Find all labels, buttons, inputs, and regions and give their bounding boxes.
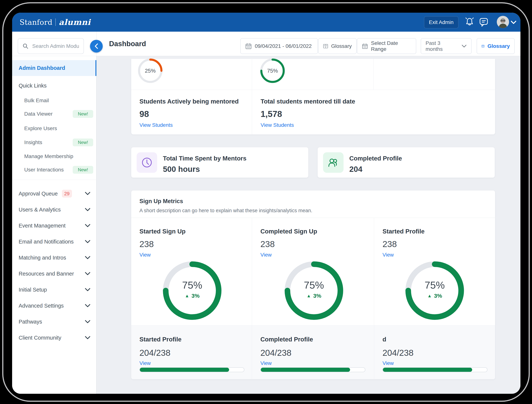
section-label: Pathways xyxy=(19,319,42,325)
completed-profile-card: Completed Profile 204 xyxy=(318,147,495,178)
card-col-divider xyxy=(252,59,252,135)
people-icon xyxy=(323,152,344,173)
metric-title: Students Actively being mentored xyxy=(139,98,239,105)
brand-logo: Stanford alumni xyxy=(19,13,91,32)
metric-value: 204/238 xyxy=(139,348,170,358)
select-date-range-button[interactable]: Select Date Range xyxy=(357,38,416,54)
section-label: Advanced Settings xyxy=(19,303,64,309)
sidebar-section-initial-setup[interactable]: Initial Setup xyxy=(19,287,91,293)
metric-title: Total students mentored till date xyxy=(261,98,355,105)
increase-arrow-icon: ▲ xyxy=(185,293,189,298)
chevron-down-icon xyxy=(85,256,91,259)
chevron-down-icon xyxy=(85,336,91,340)
metric-value: 204/238 xyxy=(383,348,414,358)
admin-modules-search[interactable] xyxy=(18,38,84,54)
chevron-down-icon xyxy=(85,192,91,196)
search-icon xyxy=(23,43,28,49)
app-screen: Stanford alumni Exit Admin xyxy=(12,13,520,394)
chevron-down-icon xyxy=(85,288,91,291)
chevron-down-icon xyxy=(85,240,91,244)
sidebar-item-manage-membership[interactable]: Manage Membership xyxy=(24,153,73,159)
view-students-link[interactable]: View Students xyxy=(139,122,173,128)
brand-stanford: Stanford xyxy=(19,18,52,26)
section-divider xyxy=(131,218,495,218)
new-badge: New! xyxy=(73,139,93,146)
new-badge: New! xyxy=(73,110,93,118)
progress-fill xyxy=(261,368,350,372)
exit-admin-button[interactable]: Exit Admin xyxy=(424,16,458,28)
sidebar-item-explore-users[interactable]: Explore Users xyxy=(24,126,57,132)
started-profile-progress-bar xyxy=(139,367,244,372)
view-link[interactable]: View xyxy=(383,360,394,366)
sidebar-item-admin-dashboard[interactable]: Admin Dashboard xyxy=(12,60,96,76)
metric-title: d xyxy=(383,336,386,343)
donut-center-labels: 75% ▲3% xyxy=(425,279,445,299)
card-row-divider xyxy=(131,90,495,90)
view-link[interactable]: View xyxy=(139,360,151,366)
metric-value: 1,578 xyxy=(261,109,282,119)
chevron-down-icon xyxy=(85,208,91,211)
view-link[interactable]: View xyxy=(260,252,272,258)
sidebar-section-resources-banner[interactable]: Resources and Banner xyxy=(19,271,91,277)
period-dropdown[interactable]: Past 3 months xyxy=(421,38,472,54)
page-title: Dashboard xyxy=(109,32,146,56)
sidebar-section-event-management[interactable]: Event Management xyxy=(19,223,91,229)
donut-center-labels: 75% ▲3% xyxy=(304,279,324,299)
date-range-button[interactable]: 09/04/2021 - 06/01/2022 xyxy=(240,38,318,54)
sidebar-section-client-community[interactable]: Client Community xyxy=(19,335,91,341)
sidebar-item-insights[interactable]: Insights xyxy=(24,139,42,145)
chevron-down-icon xyxy=(85,320,91,324)
book-icon xyxy=(323,43,328,49)
view-link[interactable]: View xyxy=(383,252,394,258)
search-input[interactable] xyxy=(32,43,79,49)
stat-value: 500 hours xyxy=(163,165,200,174)
metric-title: Completed Sign Up xyxy=(260,228,317,235)
sidebar-divider xyxy=(12,180,96,180)
chevron-down-icon xyxy=(85,224,91,227)
metric-title: Started Profile xyxy=(383,228,425,235)
section-label: Approval Queue xyxy=(19,191,58,197)
messages-icon[interactable] xyxy=(479,17,489,27)
glossary-primary-button[interactable]: Glossary xyxy=(477,38,515,54)
stat-title: Completed Profile xyxy=(349,155,402,162)
sidebar-section-pathways[interactable]: Pathways xyxy=(19,319,91,325)
section-label: Initial Setup xyxy=(19,287,47,293)
sidebar-item-bulk-email[interactable]: Bulk Email xyxy=(24,98,49,103)
view-students-link[interactable]: View Students xyxy=(261,122,294,128)
sidebar-section-approval-queue[interactable]: Approval Queue 29 xyxy=(19,190,91,197)
sidebar-section-email-notifications[interactable]: Email and Notifications xyxy=(19,239,91,245)
profile-chevron-down-icon[interactable] xyxy=(510,20,517,25)
glossary-label: Glossary xyxy=(331,43,352,49)
sidebar-item-user-interactions[interactable]: User Interactions xyxy=(24,167,64,173)
metric-title: Started Profile xyxy=(139,336,182,343)
section-label: Client Community xyxy=(19,335,61,341)
card-col-divider xyxy=(374,59,374,90)
sidebar-item-data-viewer[interactable]: Data Viewer xyxy=(24,111,52,117)
total-time-card: Total Time Spent by Mentors 500 hours xyxy=(131,147,309,178)
sidebar-section-advanced-settings[interactable]: Advanced Settings xyxy=(19,303,91,309)
donut-percent: 75% xyxy=(304,279,324,291)
sidebar-collapse-button[interactable] xyxy=(90,40,103,52)
metric-title: Started Sign Up xyxy=(139,228,186,235)
mentoring-overview-card: 25% 75% Students Actively being mentored… xyxy=(131,59,495,135)
metric-value: 238 xyxy=(139,239,154,249)
section-label: Users & Analytics xyxy=(19,207,61,213)
glossary-button[interactable]: Glossary xyxy=(318,38,357,54)
chevron-left-icon xyxy=(94,43,99,49)
notification-bell-icon[interactable] xyxy=(465,17,474,27)
section-description: A short description can go here to expla… xyxy=(139,208,312,214)
metric-value: 238 xyxy=(383,239,397,249)
book-icon xyxy=(481,43,485,49)
section-label: Email and Notifications xyxy=(19,239,74,245)
d-progress-bar xyxy=(383,367,487,372)
view-link[interactable]: View xyxy=(139,252,151,258)
sidebar-section-users-analytics[interactable]: Users & Analytics xyxy=(19,207,91,213)
view-link[interactable]: View xyxy=(260,360,272,366)
user-avatar[interactable] xyxy=(497,16,509,28)
chevron-down-icon xyxy=(85,304,91,308)
metric-value: 238 xyxy=(260,239,275,249)
donut-delta-value: 3% xyxy=(191,293,200,299)
quick-links-heading: Quick Links xyxy=(19,83,47,89)
donut-center-labels: 75% ▲3% xyxy=(182,279,202,299)
sidebar-section-matching-intros[interactable]: Matching and Intros xyxy=(19,255,91,261)
